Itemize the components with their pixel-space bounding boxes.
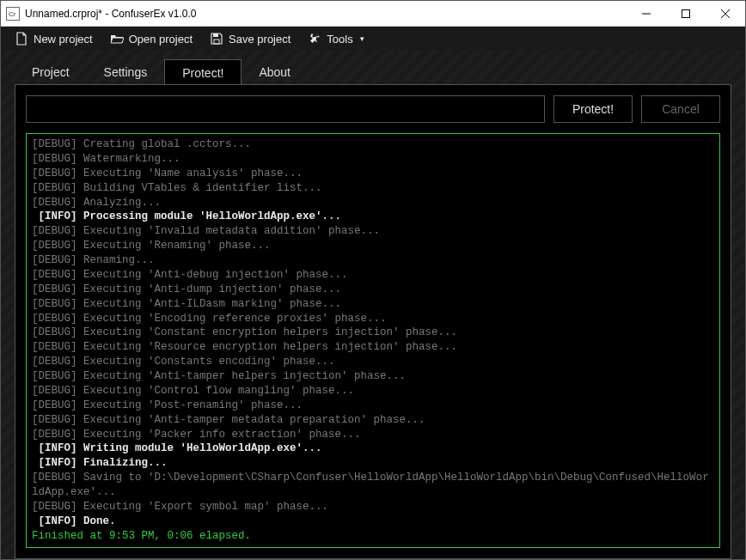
- log-line: [INFO] Finalizing...: [32, 456, 714, 471]
- save-project-label: Save project: [229, 33, 290, 46]
- tab-protect[interactable]: Protect!: [164, 59, 242, 85]
- log-line: [DEBUG] Executing 'Invalid metadata addi…: [32, 224, 714, 239]
- log-line: [INFO] Done.: [32, 514, 714, 529]
- log-line: [INFO] Writing module 'HelloWorldApp.exe…: [32, 441, 714, 456]
- log-line: [DEBUG] Executing 'Anti-debug injection'…: [32, 268, 714, 283]
- log-line: [DEBUG] Executing 'Anti-ILDasm marking' …: [32, 297, 714, 312]
- log-line: [DEBUG] Watermarking...: [32, 152, 714, 167]
- tab-settings[interactable]: Settings: [87, 59, 165, 85]
- log-line: [DEBUG] Renaming...: [32, 253, 714, 268]
- svg-text:Cr: Cr: [9, 10, 16, 18]
- app-window: Cr Unnamed.crproj* - ConfuserEx v1.0.0 N…: [0, 0, 746, 560]
- chevron-down-icon: ▾: [360, 34, 364, 43]
- open-project-label: Open project: [129, 33, 193, 46]
- log-line: [DEBUG] Executing 'Packer info extractio…: [32, 428, 714, 442]
- log-line: [DEBUG] Executing 'Anti-tamper helpers i…: [32, 369, 714, 384]
- protect-button[interactable]: Protect!: [553, 95, 633, 123]
- log-line: [DEBUG] Executing 'Constants encoding' p…: [32, 355, 714, 369]
- new-project-label: New project: [34, 33, 93, 46]
- window-title: Unnamed.crproj* - ConfuserEx v1.0.0: [25, 8, 196, 20]
- log-line: Finished at 9:53 PM, 0:06 elapsed.: [32, 529, 714, 544]
- log-line: [DEBUG] Executing 'Anti-tamper metadata …: [32, 413, 714, 428]
- log-line: [DEBUG] Executing 'Anti-dump injection' …: [32, 283, 714, 297]
- log-line: [DEBUG] Executing 'Renaming' phase...: [32, 239, 714, 253]
- save-project-button[interactable]: Save project: [203, 27, 297, 51]
- cancel-button: Cancel: [641, 95, 720, 123]
- log-line: [DEBUG] Executing 'Constant encryption h…: [32, 326, 714, 340]
- log-line: [DEBUG] Executing 'Encoding reference pr…: [32, 312, 714, 326]
- log-line: [DEBUG] Analyzing...: [32, 196, 714, 210]
- toolbar: New project Open project Save project To…: [1, 27, 745, 51]
- log-line: [DEBUG] Executing 'Export symbol map' ph…: [32, 500, 714, 514]
- svg-rect-5: [213, 33, 218, 37]
- new-project-button[interactable]: New project: [8, 27, 100, 51]
- log-line: [DEBUG] Building VTables & identifier li…: [32, 181, 714, 196]
- tab-project[interactable]: Project: [15, 59, 87, 85]
- log-line: [DEBUG] Executing 'Control flow mangling…: [32, 384, 714, 399]
- log-line: [DEBUG] Creating global .cctors...: [32, 137, 714, 152]
- tab-bar: ProjectSettingsProtect!About: [15, 59, 731, 85]
- svg-rect-6: [214, 40, 219, 44]
- log-line: [DEBUG] Saving to 'D:\Development\CSharp…: [32, 471, 714, 500]
- log-line: [DEBUG] Executing 'Name analysis' phase.…: [32, 167, 714, 181]
- log-line: [INFO] Processing module 'HelloWorldApp.…: [32, 210, 714, 224]
- svg-rect-2: [682, 9, 690, 17]
- file-icon: [15, 32, 28, 46]
- log-output[interactable]: [DEBUG] Creating global .cctors...[DEBUG…: [27, 134, 719, 547]
- tab-about[interactable]: About: [242, 59, 308, 85]
- open-project-button[interactable]: Open project: [103, 27, 199, 51]
- log-line: [DEBUG] Executing 'Post-renaming' phase.…: [32, 399, 714, 413]
- tools-button[interactable]: Tools ▾: [301, 27, 370, 51]
- log-container: [DEBUG] Creating global .cctors...[DEBUG…: [26, 133, 720, 548]
- tools-icon: [308, 32, 321, 46]
- app-icon: Cr: [6, 7, 20, 21]
- log-line: [DEBUG] Executing 'Resource encryption h…: [32, 340, 714, 355]
- protect-panel: Protect! Cancel [DEBUG] Creating global …: [15, 84, 731, 559]
- close-button[interactable]: [706, 1, 745, 27]
- minimize-button[interactable]: [627, 1, 666, 27]
- tools-label: Tools: [327, 33, 352, 46]
- progress-bar: [26, 95, 545, 123]
- folder-open-icon: [110, 32, 124, 46]
- maximize-button[interactable]: [666, 1, 706, 27]
- titlebar: Cr Unnamed.crproj* - ConfuserEx v1.0.0: [1, 1, 745, 27]
- save-icon: [210, 32, 223, 46]
